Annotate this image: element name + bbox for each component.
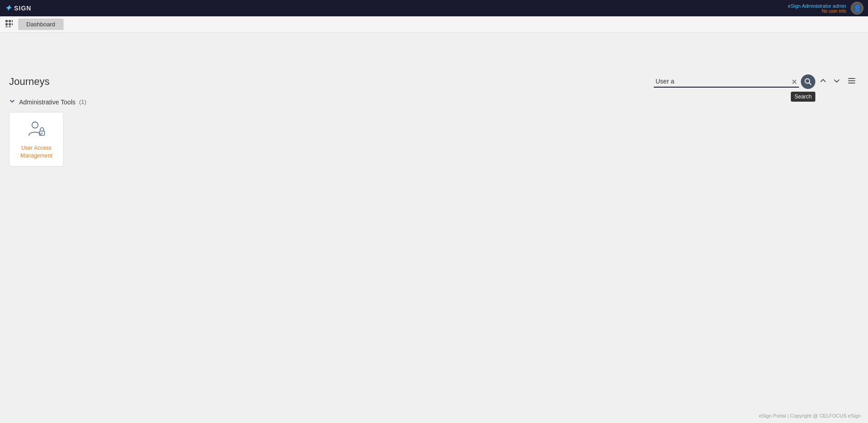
user-display-name: eSign Administrator admin	[788, 3, 846, 9]
svg-rect-3	[5, 23, 8, 25]
search-input[interactable]	[654, 76, 799, 88]
collapse-icon[interactable]	[817, 76, 829, 88]
clear-icon[interactable]: ✕	[791, 78, 797, 86]
search-tooltip: Search	[791, 92, 815, 102]
dashboard-tab[interactable]: Dashboard	[18, 19, 64, 30]
svg-line-9	[809, 83, 811, 85]
card-label: User AccessManagement	[20, 144, 52, 160]
user-lock-icon	[26, 119, 46, 141]
search-bar: ✕ Search	[654, 74, 859, 89]
menu-icon[interactable]	[844, 75, 859, 89]
expand-icon[interactable]	[831, 76, 843, 88]
svg-rect-4	[9, 23, 11, 25]
category-count: (1)	[79, 98, 86, 105]
svg-rect-1	[9, 20, 11, 22]
user-info: eSign Administrator admin No user info	[788, 3, 846, 14]
footer-text: eSign Portal | Copyright @ CELFOCUS eSig…	[759, 413, 861, 418]
page-title: Journeys	[9, 76, 49, 88]
logo: ✦ SIGN	[5, 3, 31, 13]
logo-icon: ✦	[5, 3, 11, 13]
search-icon	[804, 78, 812, 85]
category-administrative-tools[interactable]: Administrative Tools (1)	[9, 98, 859, 106]
search-button[interactable]	[801, 74, 815, 89]
footer: eSign Portal | Copyright @ CELFOCUS eSig…	[759, 413, 861, 418]
journey-card-user-access-management[interactable]: User AccessManagement	[9, 112, 64, 167]
navbar-right: eSign Administrator admin No user info 👤	[788, 2, 863, 15]
svg-rect-5	[12, 23, 13, 25]
avatar-icon: 👤	[853, 5, 861, 12]
no-user-info: No user info	[788, 9, 846, 14]
subheader: Dashboard	[0, 16, 868, 33]
svg-rect-7	[9, 26, 11, 27]
logo-text: SIGN	[14, 5, 31, 12]
svg-point-13	[32, 122, 38, 128]
avatar[interactable]: 👤	[851, 2, 863, 15]
category-title: Administrative Tools	[19, 98, 75, 106]
svg-point-15	[41, 133, 43, 134]
svg-rect-2	[12, 20, 13, 22]
category-chevron-icon	[9, 98, 15, 106]
search-input-wrapper: ✕	[654, 76, 799, 88]
grid-icon[interactable]	[5, 19, 14, 30]
svg-rect-0	[5, 20, 8, 22]
main-content: Journeys ✕ Search	[0, 65, 868, 176]
navbar: ✦ SIGN eSign Administrator admin No user…	[0, 0, 868, 16]
svg-rect-6	[5, 26, 8, 27]
page-header: Journeys ✕ Search	[9, 74, 859, 89]
cards-row: User AccessManagement	[9, 112, 859, 167]
